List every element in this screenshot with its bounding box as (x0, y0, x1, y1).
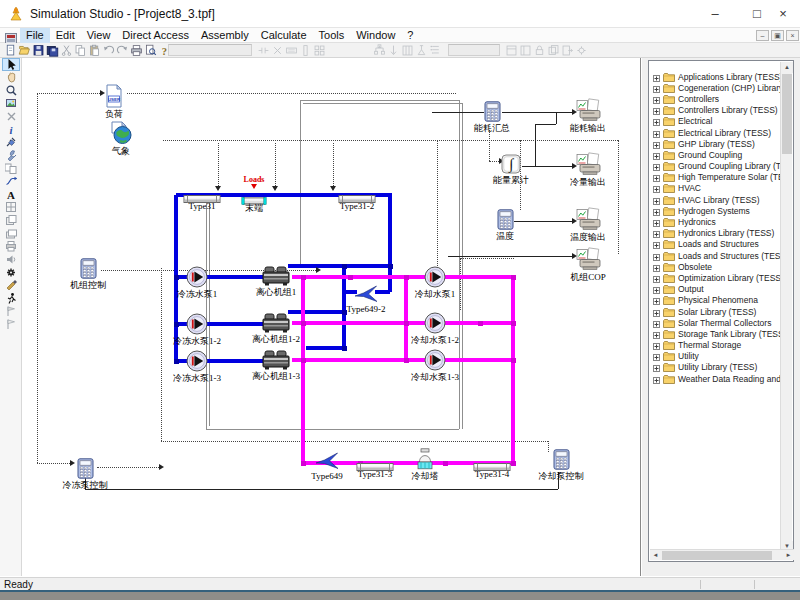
component-cooling-out[interactable]: 冷量输出 (553, 152, 623, 187)
tool-image-icon[interactable] (2, 97, 20, 110)
toolbar-button-sort-down-icon[interactable] (386, 44, 400, 57)
component-energy-acc[interactable]: ∫能量累计 (476, 154, 546, 185)
tool-cascade-windows-icon[interactable] (2, 214, 20, 227)
component-chiller-1-2[interactable]: 离心机组1-2 (241, 313, 311, 344)
component-cw-pump-control[interactable]: 冷却泵控制 (526, 449, 596, 481)
tool-link-icon[interactable] (2, 175, 20, 188)
menu-item-calculate[interactable]: Calculate (255, 28, 313, 43)
toolbar-button-output-manager-icon[interactable] (504, 44, 518, 57)
component-temperature[interactable]: 温度 (470, 209, 540, 241)
toolbar-button-redo-icon[interactable] (115, 44, 129, 57)
component-temp-out[interactable]: 温度输出 (553, 207, 623, 242)
scroll-right-icon[interactable]: ► (783, 550, 794, 560)
mdi-minimize-button[interactable]: – (756, 30, 769, 41)
component-chiller-1-3[interactable]: 离心机组1-3 (241, 350, 311, 381)
project-canvas[interactable]: USER负荷气象Type31末端LoadsType31-2机组控制冷冻水泵1冷冻… (22, 58, 641, 576)
tool-flag-a-icon[interactable] (2, 305, 20, 318)
component-chw-pump-1-2[interactable]: 冷冻水泵1-2 (162, 313, 232, 346)
toolbar-button-print-preview-icon[interactable] (143, 44, 157, 57)
tool-wrench-icon[interactable] (2, 149, 20, 162)
toolbar-button-link-grid-icon[interactable] (312, 44, 326, 57)
tool-print-canvas-icon[interactable] (2, 240, 20, 253)
menu-item-tools[interactable]: Tools (313, 28, 351, 43)
tool-text-icon[interactable]: A (2, 188, 20, 201)
toolbar-button-cut-icon[interactable] (59, 44, 73, 57)
tool-delete-icon[interactable] (2, 110, 20, 123)
tool-select-icon[interactable] (2, 58, 20, 71)
component-chiller-1[interactable]: 离心机组1 (241, 266, 311, 297)
menu-item-file[interactable]: File (20, 28, 50, 43)
library-folder-weather-data-reading-and-process[interactable]: Weather Data Reading and Process (650, 373, 782, 384)
minimize-button[interactable]: – (698, 0, 732, 28)
component-weather[interactable]: 气象 (86, 121, 156, 156)
component-unit-cop[interactable]: 机组COP (553, 247, 623, 282)
menu-item-view[interactable]: View (81, 28, 117, 43)
tool-duplicate-icon[interactable] (2, 162, 20, 175)
component-chw-pump-1-3[interactable]: 冷冻水泵1-3 (162, 350, 232, 383)
tool-sound-icon[interactable] (2, 253, 20, 266)
toolbar-button-undo-icon[interactable] (101, 44, 115, 57)
component-cw-pump-1-2[interactable]: 冷却水泵1-2 (400, 312, 470, 345)
component-chw-pump-control[interactable]: 冷冻泵控制 (50, 458, 120, 490)
toolbar-button-settings-pane-icon[interactable] (574, 44, 588, 57)
tool-run-simulation-icon[interactable] (2, 292, 20, 305)
mdi-close-button[interactable]: × (786, 30, 799, 41)
toolbar-button-files-pane-icon[interactable] (546, 44, 560, 57)
toolbar-button-open-icon[interactable] (17, 44, 31, 57)
vertical-scrollbar[interactable]: ▲ ▼ (780, 62, 792, 552)
component-cw-pump-1-3[interactable]: 冷却水泵1-3 (400, 349, 470, 382)
toolbar-button-tree-view-icon[interactable] (372, 44, 386, 57)
toolbar-button-save-icon[interactable] (31, 44, 45, 57)
menu-item-window[interactable]: Window (350, 28, 401, 43)
component-type649-2[interactable]: Type649-2 (331, 285, 401, 314)
tool-zoom-icon[interactable] (2, 84, 20, 97)
horizontal-scroll-thumb[interactable] (662, 551, 772, 560)
menu-item-direct-access[interactable]: Direct Access (116, 28, 195, 43)
toolbar-button-print-icon[interactable] (129, 44, 143, 57)
horizontal-scrollbar[interactable]: ◄ ► (650, 549, 794, 560)
tool-settings-gear-icon[interactable] (2, 266, 20, 279)
component-unit-control[interactable]: 机组控制 (53, 258, 123, 290)
component-cooling-tower[interactable]: 冷却塔 (390, 448, 460, 481)
component-chw-pump-1[interactable]: 冷冻水泵1 (162, 266, 232, 299)
menu-item-assembly[interactable]: Assembly (195, 28, 255, 43)
toolbar-button-fit-width-icon[interactable] (256, 44, 270, 57)
expand-icon[interactable] (653, 370, 660, 385)
toolbar-button-link-vertical-icon[interactable] (298, 44, 312, 57)
vertical-scroll-thumb[interactable] (782, 74, 792, 154)
tool-pan-icon[interactable] (2, 71, 20, 84)
scroll-up-icon[interactable]: ▲ (781, 62, 793, 73)
mdi-restore-button[interactable]: ▣ (771, 30, 784, 41)
toolbar-button-help-icon[interactable]: ? (157, 44, 171, 57)
scroll-left-icon[interactable]: ◄ (650, 550, 661, 560)
component-type31-2[interactable]: Type31-2 (322, 190, 392, 211)
menu-item-item[interactable]: ? (401, 28, 419, 43)
toolbar-button-new-icon[interactable] (3, 44, 17, 57)
toolbar-button-link-keyboard-icon[interactable] (284, 44, 298, 57)
folder-label: Hydronics Library (TESS) (678, 228, 774, 238)
toolbar-button-save-all-icon[interactable] (45, 44, 59, 57)
toolbar-button-columns-icon[interactable] (400, 44, 414, 57)
tool-probe-pen-icon[interactable] (2, 279, 20, 292)
tool-layers-icon[interactable] (2, 227, 20, 240)
toolbar-button-hierarchy-icon[interactable] (428, 44, 442, 57)
tool-plug-icon[interactable] (2, 136, 20, 149)
component-terminal[interactable]: 末端Loads (219, 192, 289, 213)
component-load-file[interactable]: USER负荷 (79, 84, 149, 119)
component-type31-4[interactable]: Type31-4 (457, 458, 527, 479)
toolbar-button-copy-icon[interactable] (73, 44, 87, 57)
toolbar-button-probe-icon[interactable] (414, 44, 428, 57)
tool-flag-b-icon[interactable] (2, 318, 20, 331)
component-energy-sum[interactable]: 能耗汇总 (457, 101, 527, 133)
toolbar-button-export-pane-icon[interactable] (560, 44, 574, 57)
toolbar-button-paste-icon[interactable] (87, 44, 101, 57)
toolbar-button-info-pane-icon[interactable] (518, 44, 532, 57)
menu-item-edit[interactable]: Edit (50, 28, 81, 43)
component-energy-out[interactable]: 能耗输出 (553, 98, 623, 133)
tool-tile-windows-icon[interactable] (2, 201, 20, 214)
tool-info-icon[interactable]: i (2, 123, 20, 136)
component-cw-pump-1[interactable]: 冷却水泵1 (400, 266, 470, 299)
close-button[interactable]: × (766, 0, 800, 28)
toolbar-button-delete-link-icon[interactable] (270, 44, 284, 57)
toolbar-button-lock-pane-icon[interactable] (532, 44, 546, 57)
